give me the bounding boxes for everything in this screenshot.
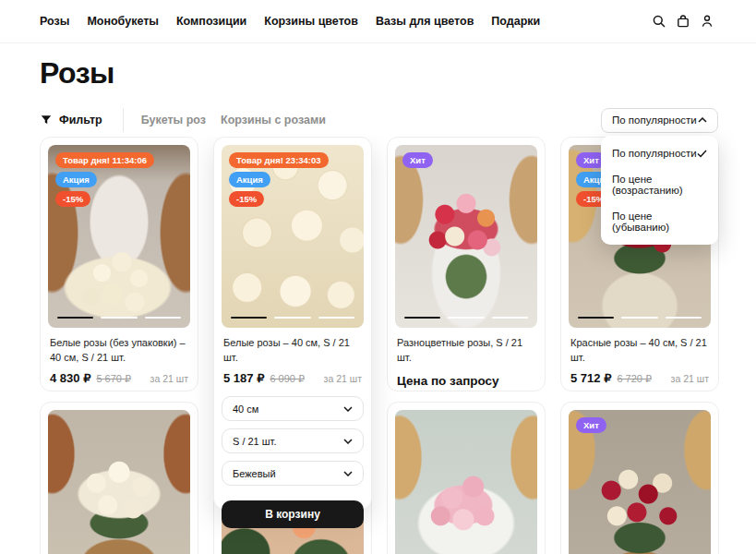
- price: 5 187 ₽: [223, 371, 264, 385]
- price-unit: за 21 шт: [671, 373, 709, 384]
- sort-option-price-asc[interactable]: По цене (возрастанию): [601, 166, 718, 203]
- product-card-white-roses-unwrapped: Товар дня! 11:34:06 Акция -15% Белые роз…: [40, 137, 198, 391]
- size-select[interactable]: S / 21 шт.: [222, 428, 364, 453]
- main-nav: Розы Монобукеты Композиции Корзины цвето…: [40, 15, 540, 28]
- product-card-red-white-roses-basket: Хит: [560, 402, 719, 554]
- product-image[interactable]: Хит: [569, 410, 711, 554]
- filter-bar: Фильтр Букеты роз Корзины с розами По по…: [40, 107, 718, 133]
- link-rose-bouquets[interactable]: Букеты роз: [141, 114, 206, 126]
- badges: Хит: [402, 152, 433, 168]
- badges: Хит: [576, 417, 606, 433]
- header-icons: [651, 13, 715, 30]
- price-row: 4 830 ₽ 5 670 ₽ за 21 шт: [50, 371, 188, 385]
- filter-button[interactable]: Фильтр: [40, 114, 102, 126]
- sort-select[interactable]: По популярности: [601, 108, 718, 133]
- product-photo: [395, 410, 537, 554]
- deal-of-day-badge: Товар дня! 11:34:06: [55, 152, 154, 168]
- product-photo: [395, 145, 537, 328]
- discount-badge: -15%: [229, 191, 264, 207]
- product-card-pink-roses: [387, 402, 546, 554]
- hit-badge: Хит: [402, 152, 433, 168]
- product-image[interactable]: [395, 410, 537, 554]
- filter-label: Фильтр: [59, 114, 102, 126]
- carousel-dot[interactable]: [621, 317, 657, 319]
- carousel-indicator: [404, 317, 528, 319]
- price-row: 5 712 ₽ 6 720 ₽ за 21 шт: [570, 371, 709, 385]
- price: 4 830 ₽: [50, 371, 90, 385]
- add-to-cart-button[interactable]: В корзину: [222, 500, 364, 528]
- sort-dropdown-menu: По популярности По цене (возрастанию) По…: [601, 136, 718, 245]
- carousel-indicator: [231, 317, 354, 319]
- header: Розы Монобукеты Композиции Корзины цвето…: [0, 0, 756, 43]
- sale-badge: Акция: [55, 172, 97, 187]
- product-image[interactable]: Хит: [395, 145, 537, 328]
- sort-selected-value: По популярности: [612, 114, 697, 126]
- badges: Товар дня! 23:34:03 Акция -15%: [229, 152, 329, 207]
- chevron-up-icon: [698, 117, 707, 123]
- sort-option-popularity[interactable]: По популярности: [601, 140, 718, 166]
- price-unit: за 21 шт: [150, 373, 188, 384]
- product-card-white-roses-basket: [40, 402, 198, 554]
- badges: Товар дня! 11:34:06 Акция -15%: [55, 152, 154, 207]
- chevron-down-icon: [343, 471, 353, 476]
- carousel-dot[interactable]: [274, 317, 310, 319]
- nav-item-compositions[interactable]: Композиции: [176, 15, 246, 28]
- price-on-request: Цена по запросу: [397, 374, 535, 388]
- product-image[interactable]: [48, 410, 190, 554]
- sale-badge: Акция: [229, 172, 270, 187]
- link-rose-baskets[interactable]: Корзины с розами: [221, 114, 326, 126]
- carousel-dot[interactable]: [578, 317, 614, 319]
- carousel-dot[interactable]: [145, 317, 181, 319]
- carousel-dot[interactable]: [101, 317, 137, 319]
- search-icon[interactable]: [651, 13, 667, 30]
- discount-badge: -15%: [55, 191, 90, 207]
- carousel-dot[interactable]: [492, 317, 528, 319]
- carousel-dot[interactable]: [404, 317, 440, 319]
- nav-item-flower-baskets[interactable]: Корзины цветов: [264, 15, 358, 28]
- carousel-dot[interactable]: [57, 317, 93, 319]
- nav-item-roses[interactable]: Розы: [40, 15, 69, 28]
- carousel-dot[interactable]: [448, 317, 484, 319]
- nav-item-gifts[interactable]: Подарки: [491, 15, 540, 28]
- product-title[interactable]: Разноцветные розы, S / 21 шт.: [397, 336, 535, 365]
- carousel-indicator: [578, 317, 702, 319]
- product-title[interactable]: Белые розы – 40 см, S / 21 шт.: [223, 336, 362, 365]
- carousel-dot[interactable]: [318, 317, 354, 319]
- divider: [123, 108, 124, 132]
- product-image[interactable]: Товар дня! 23:34:03 Акция -15%: [222, 145, 364, 328]
- nav-item-vases[interactable]: Вазы для цветов: [376, 15, 474, 28]
- old-price: 6 720 ₽: [617, 373, 652, 385]
- cart-bag-icon[interactable]: [675, 13, 691, 30]
- chevron-down-icon: [343, 406, 353, 412]
- carousel-dot[interactable]: [666, 317, 702, 319]
- product-options: 40 см S / 21 шт. Бежевый В корзину: [222, 396, 364, 528]
- price: 5 712 ₽: [570, 371, 611, 385]
- price-unit: за 21 шт: [324, 373, 362, 384]
- hit-badge: Хит: [576, 417, 606, 433]
- product-image[interactable]: Товар дня! 11:34:06 Акция -15%: [48, 145, 190, 328]
- category-links: Букеты роз Корзины с розами: [141, 114, 326, 126]
- carousel-dot[interactable]: [231, 317, 267, 319]
- product-card-multicolored-roses: Хит Разноцветные розы, S / 21 шт. Цена п…: [387, 137, 546, 391]
- filter-funnel-icon: [40, 114, 53, 126]
- length-select[interactable]: 40 см: [222, 396, 364, 421]
- product-card-white-roses-expanded: Товар дня! 23:34:03 Акция -15% Белые роз…: [213, 137, 372, 510]
- product-title[interactable]: Красные розы – 40 см, S / 21 шт.: [570, 336, 709, 365]
- carousel-indicator: [57, 317, 181, 319]
- chevron-down-icon: [343, 439, 353, 444]
- price-row: 5 187 ₽ 6 090 ₽ за 21 шт: [223, 371, 362, 385]
- catalog-page: Розы Монобукеты Композиции Корзины цвето…: [0, 0, 756, 554]
- page-title: Розы: [40, 56, 756, 90]
- user-icon[interactable]: [699, 13, 715, 30]
- product-title[interactable]: Белые розы (без упаковки) – 40 см, S / 2…: [50, 336, 188, 365]
- product-photo: [48, 410, 190, 554]
- sort-option-price-desc[interactable]: По цене (убыванию): [601, 203, 718, 240]
- nav-item-monobouquets[interactable]: Монобукеты: [87, 15, 159, 28]
- deal-of-day-badge: Товар дня! 23:34:03: [229, 152, 329, 168]
- color-select[interactable]: Бежевый: [222, 461, 364, 486]
- check-icon: [697, 150, 707, 158]
- old-price: 6 090 ₽: [270, 373, 305, 385]
- old-price: 5 670 ₽: [96, 373, 131, 385]
